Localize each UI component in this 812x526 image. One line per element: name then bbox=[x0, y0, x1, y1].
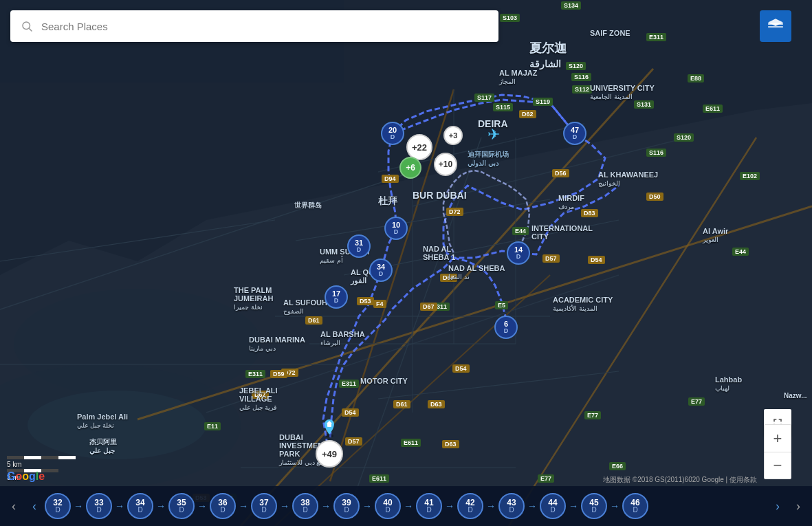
nav-item-44D[interactable]: 44D bbox=[540, 493, 566, 519]
marker-10D[interactable]: 10 D bbox=[384, 217, 408, 240]
nav-arrow-12: → bbox=[527, 501, 537, 512]
nav-prev-button[interactable]: ‹ bbox=[3, 490, 24, 522]
nav-next-button[interactable]: › bbox=[767, 490, 788, 522]
nav-item-38D[interactable]: 38D bbox=[292, 493, 318, 519]
nav-item-46D[interactable]: 46D bbox=[622, 493, 648, 519]
nav-item-41D[interactable]: 41D bbox=[416, 493, 442, 519]
nav-item-45D[interactable]: 45D bbox=[581, 493, 607, 519]
marker-plus10[interactable]: +10 bbox=[434, 153, 457, 176]
copyright-text: 地图数据 ©2018 GS(2011)6020 Google | 使用条款 bbox=[603, 475, 757, 485]
nav-arrow-7: → bbox=[321, 501, 331, 512]
marker-31D[interactable]: 31 D bbox=[347, 234, 371, 258]
search-icon bbox=[21, 20, 33, 32]
nav-item-35D[interactable]: 35D bbox=[168, 493, 195, 519]
marker-plus49[interactable]: +49 bbox=[316, 440, 343, 468]
zoom-controls: + − bbox=[764, 424, 791, 479]
nav-item-43D[interactable]: 43D bbox=[498, 493, 525, 519]
map-container: S134 E311 S103 S120 S116 E88 S112 S117 S… bbox=[0, 0, 812, 526]
svg-rect-31 bbox=[768, 26, 783, 28]
marker-6D[interactable]: 6 D bbox=[494, 316, 518, 339]
nav-arrow-5: → bbox=[239, 501, 248, 512]
home-marker[interactable] bbox=[321, 418, 338, 440]
nav-item-36D[interactable]: 36D bbox=[210, 493, 236, 519]
map-toggle-button[interactable] bbox=[760, 10, 791, 42]
nav-arrow-9: → bbox=[404, 501, 413, 512]
marker-34D[interactable]: 34 D bbox=[369, 259, 393, 282]
svg-point-28 bbox=[23, 22, 30, 30]
nav-item-39D[interactable]: 39D bbox=[333, 493, 360, 519]
nav-arrow-10: → bbox=[445, 501, 454, 512]
nav-items-list: 32D → 33D → 34D → 35D → 36D → bbox=[45, 493, 767, 519]
marker-20D[interactable]: 20 D bbox=[381, 122, 404, 145]
marker-plus3[interactable]: +3 bbox=[443, 126, 463, 145]
nav-arrow-14: → bbox=[610, 501, 619, 512]
marker-17D[interactable]: 17 D bbox=[325, 285, 348, 309]
nav-arrow-4: → bbox=[197, 501, 207, 512]
nav-arrow-11: → bbox=[486, 501, 496, 512]
nav-arrow-3: → bbox=[156, 501, 166, 512]
nav-arrow-1: → bbox=[74, 501, 83, 512]
bottom-navigation: ‹ ‹ 32D → 33D → 34D → 35D → bbox=[0, 486, 812, 526]
zoom-in-button[interactable]: + bbox=[764, 424, 791, 452]
svg-marker-32 bbox=[768, 19, 783, 26]
nav-arrow-6: → bbox=[280, 501, 289, 512]
marker-14D[interactable]: 14 D bbox=[507, 241, 530, 265]
svg-line-29 bbox=[29, 28, 32, 31]
nav-item-32D[interactable]: 32D bbox=[45, 493, 71, 519]
airplane-marker: ✈ bbox=[487, 126, 500, 144]
marker-47D[interactable]: 47 D bbox=[563, 122, 586, 145]
nav-item-40D[interactable]: 40D bbox=[375, 493, 401, 519]
layers-icon bbox=[767, 17, 784, 35]
nav-arrow-2: → bbox=[115, 501, 124, 512]
nav-item-33D[interactable]: 33D bbox=[86, 493, 112, 519]
marker-plus6[interactable]: +6 bbox=[399, 157, 421, 179]
nav-arrow-8: → bbox=[362, 501, 372, 512]
nav-item-42D[interactable]: 42D bbox=[457, 493, 483, 519]
zoom-out-button[interactable]: − bbox=[764, 452, 791, 479]
google-logo: Google bbox=[7, 470, 45, 483]
nav-next2-button[interactable]: › bbox=[788, 490, 809, 522]
nav-item-34D-nav[interactable]: 34D bbox=[127, 493, 153, 519]
search-bar bbox=[10, 10, 498, 42]
nav-prev2-button[interactable]: ‹ bbox=[24, 490, 45, 522]
nav-arrow-13: → bbox=[569, 501, 578, 512]
search-input[interactable] bbox=[41, 21, 488, 32]
nav-item-37D[interactable]: 37D bbox=[251, 493, 277, 519]
